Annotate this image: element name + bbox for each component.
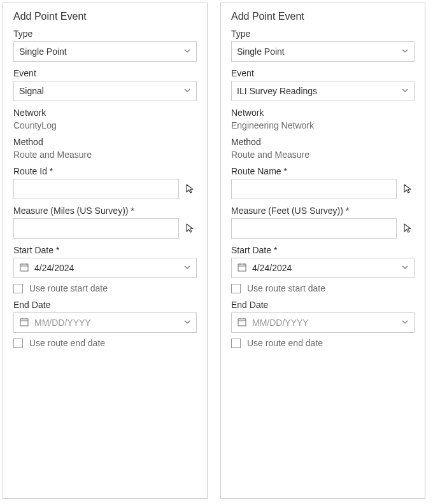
method-value: Route and Measure — [13, 150, 197, 160]
event-value: ILI Survey Readings — [237, 86, 401, 96]
end-date-picker[interactable]: MM/DD/YYYY — [231, 312, 415, 333]
type-value: Single Point — [19, 46, 183, 57]
network-label: Network — [13, 108, 197, 118]
calendar-icon — [19, 317, 29, 329]
measure-input[interactable] — [13, 218, 179, 239]
start-date-picker[interactable]: 4/24/2024 — [13, 258, 197, 278]
use-route-end-checkbox[interactable] — [13, 339, 23, 348]
chevron-down-icon — [183, 46, 191, 57]
chevron-down-icon — [183, 318, 191, 328]
network-value: Engineering Network — [231, 120, 415, 130]
type-value: Single Point — [237, 46, 401, 57]
method-label: Method — [231, 137, 415, 147]
start-date-value: 4/24/2024 — [252, 263, 396, 273]
start-date-picker[interactable]: 4/24/2024 — [231, 258, 415, 278]
route-label: Route Name * — [231, 166, 415, 176]
cursor-icon — [403, 183, 413, 195]
type-label: Type — [13, 29, 197, 39]
start-date-value: 4/24/2024 — [34, 263, 178, 273]
pick-route-button[interactable] — [184, 183, 197, 195]
measure-input[interactable] — [231, 218, 397, 239]
type-select[interactable]: Single Point — [231, 41, 415, 62]
measure-label: Measure (Miles (US Survey)) * — [13, 206, 197, 216]
route-input[interactable] — [13, 179, 179, 199]
chevron-down-icon — [183, 263, 191, 273]
end-date-placeholder: MM/DD/YYYY — [34, 318, 178, 328]
pick-measure-button[interactable] — [402, 222, 415, 235]
end-date-picker[interactable]: MM/DD/YYYY — [13, 312, 197, 333]
type-select[interactable]: Single Point — [13, 41, 197, 62]
svg-rect-12 — [238, 319, 246, 326]
use-route-start-label: Use route start date — [247, 283, 325, 293]
calendar-icon — [237, 262, 247, 274]
use-route-end-checkbox[interactable] — [231, 339, 241, 348]
cursor-icon — [185, 183, 195, 195]
chevron-down-icon — [183, 86, 191, 96]
chevron-down-icon — [401, 318, 409, 328]
use-route-end-label: Use route end date — [29, 338, 105, 348]
calendar-icon — [19, 262, 29, 274]
use-route-end-label: Use route end date — [247, 338, 323, 348]
pick-measure-button[interactable] — [184, 222, 197, 235]
use-route-start-checkbox[interactable] — [13, 284, 23, 293]
svg-rect-4 — [20, 319, 28, 326]
route-input[interactable] — [231, 179, 397, 199]
type-label: Type — [231, 29, 415, 39]
cursor-icon — [185, 223, 195, 235]
add-point-event-panel: Add Point Event Type Single Point Event … — [220, 3, 425, 499]
start-date-label: Start Date * — [231, 245, 415, 255]
method-value: Route and Measure — [231, 150, 415, 160]
network-value: CountyLog — [13, 120, 197, 130]
route-label: Route Id * — [13, 166, 197, 176]
end-date-label: End Date — [13, 300, 197, 310]
chevron-down-icon — [401, 263, 409, 273]
pick-route-button[interactable] — [402, 183, 415, 195]
method-label: Method — [13, 137, 197, 147]
use-route-start-label: Use route start date — [29, 283, 108, 293]
event-select[interactable]: Signal — [13, 81, 197, 101]
end-date-label: End Date — [231, 300, 415, 310]
start-date-label: Start Date * — [13, 245, 197, 255]
network-label: Network — [231, 108, 415, 118]
panel-title: Add Point Event — [13, 11, 197, 22]
add-point-event-panel: Add Point Event Type Single Point Event … — [3, 3, 208, 499]
event-label: Event — [231, 68, 415, 78]
event-value: Signal — [19, 86, 183, 96]
event-label: Event — [13, 68, 197, 78]
cursor-icon — [403, 223, 413, 235]
calendar-icon — [237, 317, 247, 329]
chevron-down-icon — [401, 86, 409, 96]
svg-rect-0 — [20, 264, 28, 271]
measure-label: Measure (Feet (US Survey)) * — [231, 206, 415, 216]
event-select[interactable]: ILI Survey Readings — [231, 81, 415, 101]
chevron-down-icon — [401, 46, 409, 57]
panel-title: Add Point Event — [231, 11, 415, 22]
svg-rect-8 — [238, 264, 246, 271]
use-route-start-checkbox[interactable] — [231, 284, 241, 293]
end-date-placeholder: MM/DD/YYYY — [252, 318, 396, 328]
